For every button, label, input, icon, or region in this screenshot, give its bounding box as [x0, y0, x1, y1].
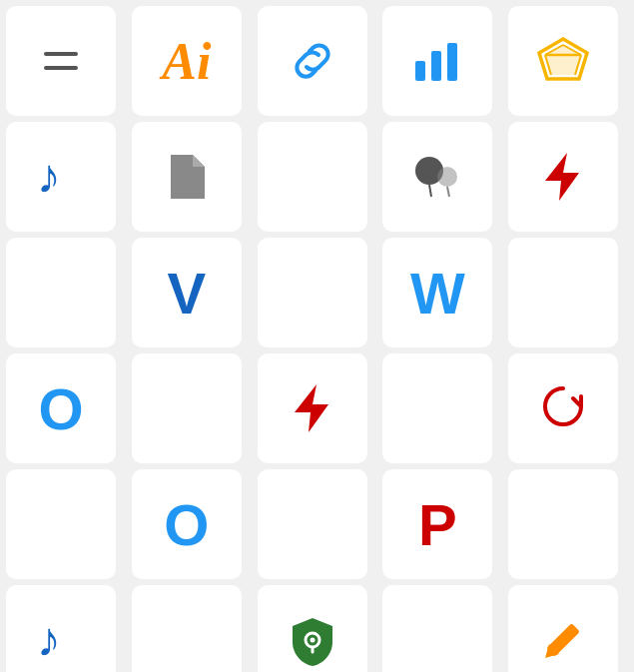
svg-rect-1	[431, 51, 441, 81]
acrobat-icon	[535, 380, 591, 436]
flash1-icon	[535, 149, 591, 205]
sketch1-icon	[535, 33, 591, 89]
link-cell[interactable]	[258, 6, 367, 116]
flash2-cell[interactable]	[258, 353, 367, 463]
empty-cell-11	[382, 585, 492, 672]
music2-cell[interactable]: ♪	[6, 585, 116, 672]
flash2-icon	[285, 380, 340, 436]
w-cell[interactable]: W	[382, 238, 492, 347]
chart1-icon	[409, 33, 465, 89]
shield-cell[interactable]	[258, 585, 367, 672]
empty-cell-8	[258, 469, 367, 579]
empty-cell-4	[508, 238, 618, 347]
icon-grid: Ai ♪	[0, 0, 634, 672]
svg-point-14	[437, 167, 457, 187]
svg-text:♪: ♪	[37, 150, 61, 203]
shield-icon	[285, 612, 340, 668]
o2-cell[interactable]: O	[132, 469, 242, 579]
empty-cell-2	[6, 238, 116, 347]
empty-cell-7	[6, 469, 116, 579]
svg-point-18	[310, 638, 315, 643]
ai1-icon: Ai	[162, 32, 211, 91]
file-icon	[159, 149, 215, 205]
hamburger-cell[interactable]	[6, 6, 116, 116]
empty-cell-5	[132, 353, 242, 463]
svg-rect-2	[447, 43, 457, 81]
pen1-icon	[535, 612, 591, 668]
svg-line-15	[447, 187, 449, 197]
sketch1-cell[interactable]	[508, 6, 618, 116]
hamburger-icon	[44, 47, 78, 75]
svg-text:♪: ♪	[37, 613, 61, 666]
balloon1-cell[interactable]	[382, 122, 492, 232]
flash1-cell[interactable]	[508, 122, 618, 232]
o1-icon: O	[38, 375, 83, 442]
pen1-cell[interactable]	[508, 585, 618, 672]
music2-icon: ♪	[33, 612, 89, 668]
music1-icon: ♪	[33, 149, 89, 205]
ai1-cell[interactable]: Ai	[132, 6, 242, 116]
svg-line-13	[429, 185, 431, 197]
svg-rect-0	[415, 61, 425, 81]
empty-cell-1	[258, 122, 367, 232]
empty-cell-3	[258, 238, 367, 347]
p-cell[interactable]: P	[382, 469, 492, 579]
v-icon: V	[167, 260, 206, 327]
empty-cell-9	[508, 469, 618, 579]
p-icon: P	[418, 491, 457, 558]
file-cell[interactable]	[132, 122, 242, 232]
music1-cell[interactable]: ♪	[6, 122, 116, 232]
w-icon: W	[410, 260, 465, 327]
acrobat-cell[interactable]	[508, 353, 618, 463]
empty-cell-10	[132, 585, 242, 672]
v-cell[interactable]: V	[132, 238, 242, 347]
balloon1-icon	[409, 149, 465, 205]
o2-icon: O	[164, 491, 209, 558]
empty-cell-6	[382, 353, 492, 463]
o1-cell[interactable]: O	[6, 353, 116, 463]
chart1-cell[interactable]	[382, 6, 492, 116]
link-icon	[285, 33, 340, 89]
